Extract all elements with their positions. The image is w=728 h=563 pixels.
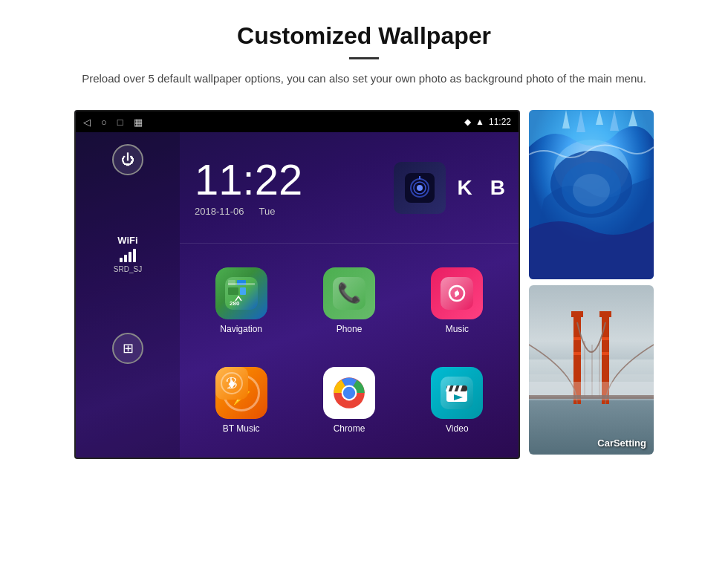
location-icon: ◆: [464, 117, 471, 127]
chrome-icon: [323, 367, 375, 419]
svg-text:♦: ♦: [228, 375, 235, 391]
icon-strip: K B: [386, 132, 519, 243]
radio-icon-box[interactable]: [394, 162, 446, 214]
power-button[interactable]: ⏻: [112, 144, 143, 175]
svg-rect-8: [240, 287, 246, 295]
map-svg: 280: [225, 277, 258, 310]
time-section: 11:22 2018-11-06 Tue: [180, 132, 386, 243]
ice-cave-image: [529, 110, 654, 279]
clock-time: 11:22: [195, 158, 371, 201]
wifi-bar-1: [120, 258, 123, 262]
date-value: 2018-11-06: [195, 206, 244, 217]
back-icon[interactable]: ◁: [83, 117, 91, 128]
phone-icon: 📞: [323, 267, 375, 319]
music-icon: ♪: [431, 267, 483, 319]
nav-map-visual: 280: [215, 267, 267, 319]
recents-icon[interactable]: □: [117, 117, 123, 128]
app-item-btmusic[interactable]: ⚡: [187, 351, 295, 450]
svg-rect-52: [602, 337, 609, 340]
main-content: 11:22 2018-11-06 Tue: [180, 132, 519, 458]
content-area: ◁ ○ □ ▦ ◆ ▲ 11:22 ⏻ WiFi: [0, 102, 728, 459]
phone-label: Phone: [337, 324, 363, 334]
wifi-ssid: SRD_SJ: [114, 265, 142, 273]
status-right: ◆ ▲ 11:22: [464, 117, 511, 127]
nav-icons: ◁ ○ □ ▦: [83, 117, 143, 128]
wifi-bar-4: [133, 249, 136, 262]
carsetting-label: CarSetting: [597, 437, 646, 449]
wifi-status-icon: ▲: [475, 117, 484, 127]
svg-text:280: 280: [230, 300, 240, 307]
app-item-music[interactable]: ♪ Music: [403, 251, 511, 351]
b-app-icon[interactable]: B: [484, 176, 511, 200]
app-item-navigation[interactable]: 280 Navigation: [187, 251, 295, 351]
svg-text:📞: 📞: [337, 281, 362, 305]
svg-rect-9: [228, 283, 255, 285]
btmusic-icon: ⚡: [215, 367, 267, 419]
svg-point-37: [573, 174, 610, 206]
svg-point-24: [343, 387, 355, 399]
app-grid: 280 Navigation: [180, 244, 519, 458]
chrome-label: Chrome: [334, 423, 365, 434]
video-icon: [431, 367, 483, 419]
status-time: 11:22: [489, 117, 511, 127]
clock-date: 2018-11-06 Tue: [195, 206, 371, 217]
android-screen: ◁ ○ □ ▦ ◆ ▲ 11:22 ⏻ WiFi: [74, 110, 520, 459]
apps-grid-button[interactable]: ⊞: [112, 333, 143, 364]
screen-body: ⏻ WiFi SRD_SJ ⊞: [76, 132, 519, 458]
app-item-phone[interactable]: 📞 Phone: [295, 251, 403, 351]
music-label: Music: [446, 324, 469, 334]
video-label: Video: [446, 423, 468, 434]
chrome-svg: [330, 374, 368, 412]
wallpaper-panel: CarSetting: [529, 110, 654, 459]
svg-rect-51: [573, 337, 581, 340]
app-item-chrome[interactable]: Chrome: [295, 351, 403, 450]
title-divider: [349, 57, 379, 59]
wifi-bars: [114, 249, 142, 262]
svg-rect-7: [228, 287, 238, 295]
bt-bg: ⚡: [215, 367, 267, 419]
bt-svg: ℬ ♦: [215, 367, 248, 400]
svg-rect-49: [571, 311, 583, 317]
bridge-image: [529, 285, 654, 455]
page-description: Preload over 5 default wallpaper options…: [59, 70, 669, 88]
screenshot-icon[interactable]: ▦: [134, 117, 143, 128]
wifi-label: WiFi: [114, 235, 142, 246]
phone-svg: 📞: [333, 277, 365, 310]
music-svg: ♪: [441, 277, 473, 310]
home-icon[interactable]: ○: [101, 117, 107, 128]
wallpaper-thumb-bridge[interactable]: CarSetting: [529, 285, 654, 455]
day-value: Tue: [259, 206, 276, 217]
page-title: Customized Wallpaper: [59, 22, 669, 50]
svg-point-3: [417, 185, 423, 191]
status-bar: ◁ ○ □ ▦ ◆ ▲ 11:22: [76, 111, 519, 132]
svg-text:♪: ♪: [454, 285, 461, 300]
top-section: 11:22 2018-11-06 Tue: [180, 132, 519, 244]
left-sidebar: ⏻ WiFi SRD_SJ ⊞: [76, 132, 180, 458]
wifi-bar-3: [129, 252, 131, 262]
svg-rect-50: [599, 311, 611, 317]
navigation-icon: 280: [215, 267, 267, 319]
app-item-video[interactable]: Video: [403, 351, 511, 450]
btmusic-label: BT Music: [223, 423, 260, 434]
k-app-icon[interactable]: K: [452, 176, 478, 200]
svg-rect-53: [573, 352, 581, 355]
wallpaper-thumb-ice[interactable]: [529, 110, 654, 279]
video-svg: [441, 377, 473, 409]
navigation-label: Navigation: [220, 324, 262, 334]
page-header: Customized Wallpaper Preload over 5 defa…: [0, 0, 728, 102]
wifi-bar-2: [124, 255, 127, 262]
svg-rect-54: [602, 352, 609, 355]
svg-rect-59: [529, 382, 654, 400]
wifi-widget: WiFi SRD_SJ: [114, 235, 142, 273]
radio-icon: [405, 173, 435, 203]
